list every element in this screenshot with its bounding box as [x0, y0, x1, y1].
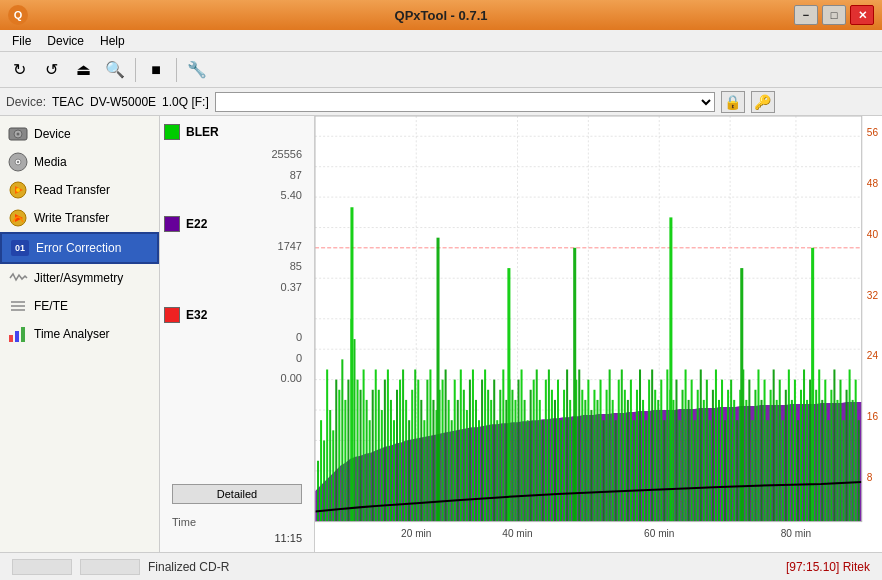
svg-rect-220	[669, 217, 672, 521]
detailed-button[interactable]: Detailed	[172, 484, 302, 504]
svg-rect-128	[593, 390, 595, 522]
sidebar-item-read-transfer[interactable]: Read Transfer	[0, 176, 159, 204]
svg-rect-43	[335, 380, 337, 522]
svg-rect-195	[797, 420, 799, 521]
device-select[interactable]	[215, 92, 715, 112]
menu-device[interactable]: Device	[39, 32, 92, 50]
svg-rect-169	[718, 400, 720, 522]
e32-avg-value: 0	[164, 350, 310, 367]
svg-rect-105	[524, 400, 526, 522]
sidebar-item-media[interactable]: Media	[0, 148, 159, 176]
sidebar-item-time-analyser[interactable]: Time Analyser	[0, 320, 159, 348]
svg-rect-205	[827, 420, 829, 521]
device-lock-button[interactable]: 🔒	[721, 91, 745, 113]
svg-rect-136	[618, 380, 620, 522]
svg-rect-93	[487, 390, 489, 522]
sidebar-item-device[interactable]: Device	[0, 120, 159, 148]
svg-rect-182	[757, 369, 759, 521]
read-transfer-icon	[8, 180, 28, 200]
svg-rect-162	[697, 390, 699, 522]
zoom-button[interactable]: 🔍	[100, 56, 130, 84]
svg-rect-47	[347, 380, 349, 522]
menubar: File Device Help	[0, 30, 882, 52]
stop-button[interactable]: ■	[141, 56, 171, 84]
svg-rect-213	[852, 400, 854, 522]
e22-avg-value: 85	[164, 258, 310, 275]
svg-rect-72	[423, 420, 425, 521]
svg-rect-79	[445, 369, 447, 521]
device-model: DV-W5000E	[90, 95, 156, 109]
svg-rect-135	[615, 420, 617, 521]
refresh-button[interactable]: ↻	[4, 56, 34, 84]
time-value: 11:15	[164, 532, 310, 544]
svg-rect-94	[490, 400, 492, 522]
eject-button[interactable]: ⏏	[68, 56, 98, 84]
svg-rect-208	[836, 400, 838, 522]
svg-rect-194	[794, 380, 796, 522]
maximize-button[interactable]: □	[822, 5, 846, 25]
menu-file[interactable]: File	[4, 32, 39, 50]
chart-area[interactable]: 500 400 300 200 100 50 40 30 20 10 5 4 3…	[315, 116, 882, 552]
svg-rect-41	[329, 410, 331, 522]
svg-rect-138	[624, 390, 626, 522]
svg-rect-140	[630, 380, 632, 522]
svg-rect-91	[481, 380, 483, 522]
svg-rect-80	[448, 400, 450, 522]
svg-rect-90	[478, 420, 480, 521]
svg-rect-39	[323, 440, 325, 521]
svg-rect-115	[554, 400, 556, 522]
svg-rect-147	[651, 369, 653, 521]
svg-rect-112	[545, 380, 547, 522]
svg-rect-129	[596, 400, 598, 522]
sidebar-item-write-transfer[interactable]: Write Transfer	[0, 204, 159, 232]
svg-rect-118	[563, 390, 565, 522]
menu-help[interactable]: Help	[92, 32, 133, 50]
svg-rect-70	[417, 380, 419, 522]
title-left: Q	[8, 5, 28, 25]
svg-rect-74	[429, 369, 431, 521]
device-info-button[interactable]: 🔑	[751, 91, 775, 113]
time-analyser-icon	[8, 324, 28, 344]
svg-rect-217	[437, 238, 440, 522]
chart-panel: BLER 25556 87 5.40 E22 1747 85 0.37 E32 …	[160, 116, 882, 552]
window-controls: − □ ✕	[794, 5, 874, 25]
sidebar-item-jitter[interactable]: Jitter/Asymmetry	[0, 264, 159, 292]
svg-rect-75	[432, 400, 434, 522]
sidebar-label-time-analyser: Time Analyser	[34, 327, 110, 341]
svg-rect-141	[633, 420, 635, 521]
svg-rect-104	[521, 369, 523, 521]
svg-rect-103	[518, 380, 520, 522]
sidebar-item-fete[interactable]: FE/TE	[0, 292, 159, 320]
svg-rect-64	[399, 380, 401, 522]
svg-rect-73	[426, 380, 428, 522]
svg-rect-168	[715, 369, 717, 521]
svg-rect-137	[621, 369, 623, 521]
svg-rect-44	[338, 390, 340, 522]
refresh2-button[interactable]: ↺	[36, 56, 66, 84]
tools-button[interactable]: 🔧	[182, 56, 212, 84]
svg-rect-146	[648, 380, 650, 522]
status-left: Finalized CD-R	[12, 559, 229, 575]
sidebar-item-error-correction[interactable]: 01 Error Correction	[0, 232, 159, 264]
svg-rect-144	[642, 400, 644, 522]
svg-rect-219	[573, 248, 576, 522]
svg-rect-203	[821, 400, 823, 522]
svg-rect-132	[606, 390, 608, 522]
svg-rect-56	[375, 369, 377, 521]
svg-rect-181	[754, 390, 756, 522]
svg-rect-57	[378, 390, 380, 522]
sidebar-label-media: Media	[34, 155, 67, 169]
svg-rect-175	[736, 420, 738, 521]
minimize-button[interactable]: −	[794, 5, 818, 25]
svg-rect-171	[724, 420, 726, 521]
svg-text:24: 24	[867, 350, 879, 361]
close-button[interactable]: ✕	[850, 5, 874, 25]
svg-rect-97	[499, 390, 501, 522]
svg-rect-199	[809, 380, 811, 522]
svg-text:80 min: 80 min	[781, 528, 811, 539]
bler-color-swatch	[164, 124, 180, 140]
device-brand: TEAC	[52, 95, 84, 109]
svg-rect-95	[493, 380, 495, 522]
svg-rect-114	[551, 390, 553, 522]
e32-label: E32	[186, 308, 207, 322]
